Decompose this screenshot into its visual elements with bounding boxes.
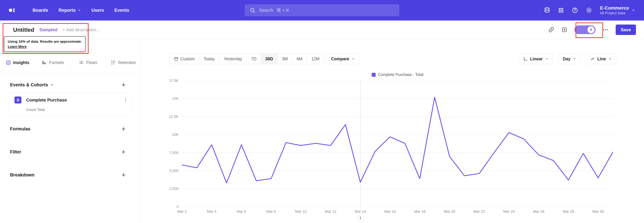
project-switcher[interactable]: E-Commerce All Project Data	[600, 5, 635, 15]
y-tick-label: 12.5K	[169, 115, 179, 119]
x-tick-label: Mar 12	[325, 209, 336, 214]
range-6m[interactable]: 6M	[292, 54, 307, 64]
sampling-toggle-thumb	[588, 26, 594, 33]
tab-flows[interactable]: Flows	[70, 53, 106, 72]
range-custom-label: Custom	[180, 56, 195, 61]
granularity-label: Day	[563, 56, 570, 61]
x-tick-label: Mar 2	[177, 209, 187, 214]
search-icon	[250, 8, 256, 13]
sampling-toggle[interactable]	[574, 25, 596, 34]
add-event-button[interactable]: +	[122, 81, 126, 88]
apps-grid-icon[interactable]	[558, 7, 564, 13]
nav-boards[interactable]: Boards	[32, 8, 48, 13]
date-range-picker: Custom Today Yesterday 7D 30D 3M 6M 12M	[170, 53, 324, 64]
report-header-right: Save	[548, 21, 636, 39]
y-tick-label: 10K	[172, 133, 178, 137]
nav-events-label: Events	[114, 8, 129, 13]
data-icon[interactable]	[544, 7, 550, 14]
event-series-badge: A	[14, 96, 22, 103]
range-30d[interactable]: 30D	[261, 54, 278, 64]
chevron-down-icon	[352, 57, 355, 60]
chevron-down-icon	[545, 57, 548, 60]
search-placeholder: Search	[259, 8, 273, 13]
share-link-icon[interactable]	[548, 27, 554, 33]
y-tick-label: 17.5K	[169, 78, 179, 83]
line-chart-icon	[591, 57, 595, 61]
range-yesterday[interactable]: Yesterday	[219, 54, 246, 64]
x-tick-label: Mar 16	[384, 209, 396, 214]
event-card[interactable]: A Complete Purchase Count Total	[8, 93, 132, 116]
save-button[interactable]: Save	[616, 25, 636, 35]
report-header: Untitled Sampled + Add description...	[0, 21, 644, 39]
x-tick-label: Mar 8	[266, 209, 276, 214]
scale-label: Linear	[530, 56, 543, 61]
x-tick-label: Mar 26	[533, 209, 544, 214]
help-icon[interactable]	[572, 7, 578, 14]
filter-title: Filter	[10, 149, 21, 155]
x-tick-label: Mar 22	[474, 209, 485, 214]
line-chart	[182, 81, 613, 207]
range-custom[interactable]: Custom	[170, 54, 199, 64]
tab-retention[interactable]: Retention	[106, 53, 141, 72]
add-breakdown-button[interactable]: +	[122, 172, 126, 178]
events-cohorts-title[interactable]: Events & Cohorts	[10, 82, 54, 87]
event-options-icon[interactable]	[123, 97, 128, 102]
add-description[interactable]: + Add description...	[62, 27, 100, 32]
range-today[interactable]: Today	[199, 54, 219, 64]
calendar-icon	[174, 57, 178, 61]
tab-flows-label: Flows	[86, 60, 97, 65]
y-tick-label: 5,000	[170, 169, 178, 173]
chart-legend[interactable]: Complete Purchase - Total	[182, 72, 613, 77]
event-metric[interactable]: Count Total	[26, 107, 45, 112]
event-name[interactable]: Complete Purchase	[26, 97, 67, 103]
x-tick-label: Mar 18	[414, 209, 426, 214]
nav-reports[interactable]: Reports	[58, 8, 81, 13]
search-input[interactable]: Search ⌘ + K	[245, 4, 399, 16]
add-to-board-icon[interactable]	[561, 27, 567, 33]
mixpanel-logo-icon	[9, 8, 16, 13]
more-options-icon[interactable]	[602, 27, 608, 33]
top-nav-links: Boards Reports Users Events	[32, 8, 129, 13]
scale-selector[interactable]: Linear	[519, 53, 553, 64]
linear-axis-icon	[524, 57, 528, 61]
report-type-tabs: Insights Funnels Flows	[0, 53, 141, 72]
learn-more-link[interactable]: Learn More	[8, 45, 27, 48]
x-tick-label: Mar 6	[237, 209, 246, 214]
funnels-icon	[42, 60, 46, 65]
granularity-selector[interactable]: Day	[558, 53, 581, 64]
tab-insights-label: Insights	[13, 60, 29, 65]
sampled-badge[interactable]: Sampled	[40, 27, 58, 32]
tab-insights[interactable]: Insights	[0, 53, 35, 72]
legend-swatch	[372, 73, 376, 77]
add-formula-button[interactable]: +	[122, 126, 126, 132]
y-axis-labels: 02,5005,0007,50010K12.5K15K17.5K	[141, 81, 178, 207]
range-12m[interactable]: 12M	[307, 54, 324, 64]
breakdown-title: Breakdown	[10, 172, 34, 178]
chevron-down-icon	[573, 57, 576, 60]
report-sidebar: Insights Funnels Flows	[0, 39, 141, 223]
formulas-title: Formulas	[10, 126, 30, 132]
x-tick-label: Mar 10	[295, 209, 306, 214]
range-3m[interactable]: 3M	[278, 54, 292, 64]
chart-type-selector[interactable]: Line	[586, 53, 616, 64]
chevron-down-icon	[608, 57, 612, 60]
pagination-page-1[interactable]: 1	[357, 214, 364, 222]
tab-funnels[interactable]: Funnels	[35, 53, 70, 72]
x-tick-label: Mar 30	[592, 209, 604, 214]
range-7d[interactable]: 7D	[246, 54, 261, 64]
mixpanel-logo[interactable]	[9, 8, 16, 13]
legend-label: Complete Purchase - Total	[378, 72, 424, 77]
tab-retention-label: Retention	[118, 60, 136, 65]
project-name: E-Commerce	[600, 5, 629, 11]
y-tick-label: 2,500	[170, 186, 178, 191]
chart-type-label: Line	[598, 56, 606, 61]
gear-icon[interactable]	[586, 7, 592, 14]
x-tick-label: Mar 28	[563, 209, 574, 214]
search-shortcut: ⌘ + K	[276, 8, 289, 13]
nav-events[interactable]: Events	[114, 8, 129, 13]
report-main: Custom Today Yesterday 7D 30D 3M 6M 12M …	[141, 39, 644, 223]
compare-button[interactable]: Compare	[326, 53, 360, 64]
nav-users[interactable]: Users	[92, 8, 104, 13]
add-filter-button[interactable]: +	[122, 149, 126, 155]
report-title[interactable]: Untitled	[13, 27, 34, 33]
